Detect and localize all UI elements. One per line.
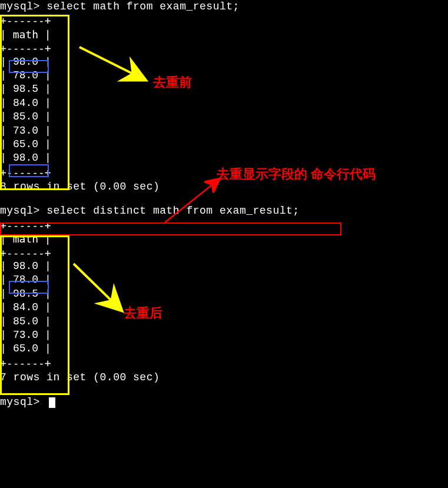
table-row: | 98.0 | [0, 260, 51, 273]
table-row: | 84.0 | [0, 97, 51, 110]
table-border: +------+ [0, 246, 51, 260]
table-row: | 73.0 | [0, 328, 51, 342]
sql-query-1: select math from exam_result; [47, 1, 240, 12]
table-row: | 98.5 | [0, 287, 51, 301]
table-border: +------+ [0, 356, 51, 370]
highlight-box-red [0, 223, 341, 235]
table-row: | 65.0 | [0, 138, 51, 151]
table-border: +------+ [0, 218, 51, 232]
table-header: | math | [0, 232, 51, 245]
table-row: | 98.5 | [0, 82, 51, 96]
table-row: | 73.0 | [0, 124, 51, 138]
annotation-command-desc: 去重显示字段的 命令行代码 [217, 166, 376, 183]
table-row: | 85.0 | [0, 110, 51, 124]
mysql-prompt: mysql> [0, 205, 47, 217]
table-border: +------+ [0, 165, 51, 179]
query-line-1: mysql> select math from exam_result; [0, 0, 448, 14]
query-line-3[interactable]: mysql> [0, 396, 448, 409]
table-row: | 65.0 | [0, 342, 51, 356]
svg-line-1 [74, 264, 121, 310]
table-row: | 84.0 | [0, 301, 51, 314]
table-row: | 98.0 | [0, 55, 51, 69]
table-row: | 98.0 | [0, 151, 51, 165]
result-summary-2: 7 rows in set (0.00 sec) [0, 371, 448, 384]
table-row: | 78.0 | [0, 273, 51, 287]
mysql-prompt: mysql> [0, 396, 47, 408]
table-border: +------+ [0, 14, 51, 27]
result-table-2: +------+ | math | +------+ | 98.0 | | 78… [0, 218, 51, 370]
arrow-yellow-icon [74, 41, 156, 88]
result-table-1: +------+ | math | +------+ | 98.0 | | 78… [0, 14, 51, 179]
arrow-yellow-icon [71, 258, 130, 317]
svg-line-0 [79, 47, 144, 79]
query-line-2: mysql> select distinct math from exam_re… [0, 204, 448, 218]
sql-query-2: select distinct math from exam_result; [47, 205, 299, 217]
mysql-prompt: mysql> [0, 1, 47, 12]
cursor-icon [49, 397, 55, 408]
table-border: +------+ [0, 41, 51, 55]
table-row: | 85.0 | [0, 315, 51, 328]
table-row: | 78.0 | [0, 69, 51, 82]
annotation-after-dedup: 去重后 [124, 305, 162, 322]
annotation-before-dedup: 去重前 [153, 74, 192, 91]
table-header: | math | [0, 28, 51, 41]
